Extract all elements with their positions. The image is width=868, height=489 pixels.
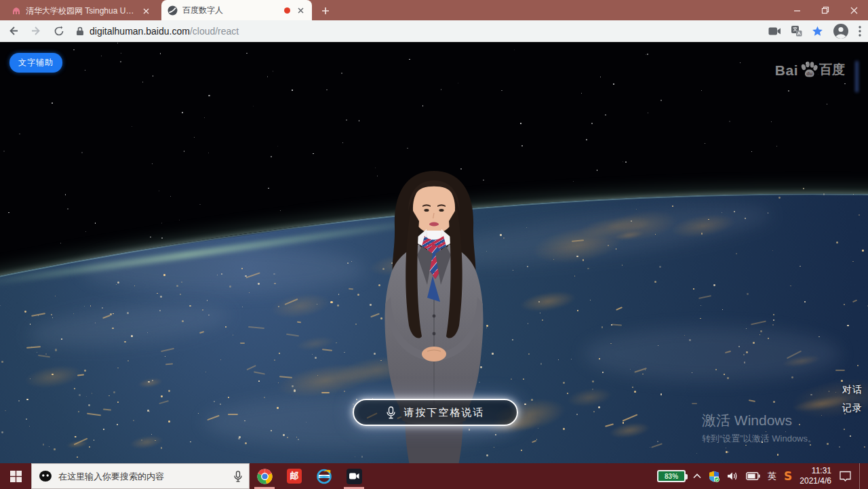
windows-taskbar: 邮 83% bbox=[0, 463, 868, 489]
tab-close-icon[interactable] bbox=[295, 5, 306, 16]
tray-expand-chevron-icon[interactable] bbox=[693, 473, 701, 479]
translate-icon[interactable] bbox=[791, 25, 802, 37]
tab-title: 清华大学校园网 Tsinghua Univ bbox=[26, 5, 136, 17]
new-tab-button[interactable] bbox=[316, 1, 335, 20]
microphone-icon bbox=[387, 406, 395, 419]
search-mic-icon[interactable] bbox=[234, 471, 242, 482]
language-indicator[interactable]: 英 bbox=[768, 470, 776, 482]
mail-glyph: 邮 bbox=[290, 470, 299, 482]
recording-indicator-icon bbox=[284, 7, 290, 14]
tab-tsinghua[interactable]: 清华大学校园网 Tsinghua Univ bbox=[5, 1, 157, 20]
system-tray: 83% 英 S 11:31 2021/4/6 bbox=[657, 463, 868, 489]
side-menu: 对话 记录 bbox=[842, 384, 863, 414]
browser-toolbar: digitalhuman.baidu.com/cloud/react bbox=[0, 20, 868, 42]
digital-human-viewport: 文字辅助 Bai du 百度 请按下空格说话 对话 记录 bbox=[0, 42, 868, 463]
taskbar-camera-icon[interactable] bbox=[339, 463, 369, 489]
activate-line1: 激活 Windows bbox=[702, 411, 816, 430]
activate-windows-watermark: 激活 Windows 转到“设置”以激活 Windows。 bbox=[702, 411, 816, 445]
close-window-button[interactable] bbox=[840, 0, 868, 20]
taskbar-chrome-icon[interactable] bbox=[250, 463, 279, 489]
taskbar-mail-icon[interactable]: 邮 bbox=[279, 463, 309, 489]
url-text: digitalhuman.baidu.com/cloud/react bbox=[90, 26, 239, 37]
bookmark-star-icon[interactable] bbox=[812, 26, 823, 37]
defender-shield-icon[interactable] bbox=[709, 471, 719, 482]
menu-dots-icon[interactable] bbox=[859, 26, 861, 37]
record-button[interactable]: 记录 bbox=[842, 402, 863, 414]
push-to-talk-button[interactable]: 请按下空格说话 bbox=[353, 399, 518, 426]
tsinghua-favicon bbox=[12, 6, 21, 16]
tab-title: 百度数字人 bbox=[182, 5, 279, 16]
profile-avatar-icon[interactable] bbox=[833, 23, 849, 39]
text-assist-button[interactable]: 文字辅助 bbox=[9, 53, 62, 73]
globe-favicon bbox=[167, 5, 178, 16]
baidu-logo: Bai du 百度 bbox=[775, 61, 845, 79]
taskbar-search-box[interactable] bbox=[31, 463, 250, 489]
show-desktop-button[interactable] bbox=[859, 463, 863, 489]
start-button[interactable] bbox=[0, 463, 31, 489]
restore-button[interactable] bbox=[811, 0, 840, 20]
back-button[interactable] bbox=[3, 22, 23, 41]
sogou-input-icon[interactable]: S bbox=[784, 469, 792, 483]
forward-button[interactable] bbox=[26, 22, 46, 41]
url-host: digitalhuman.baidu.com bbox=[90, 26, 190, 37]
url-path: /cloud/react bbox=[190, 26, 239, 37]
dialog-button[interactable]: 对话 bbox=[842, 384, 863, 396]
screen: 清华大学校园网 Tsinghua Univ 百度数字人 bbox=[0, 0, 868, 489]
battery-percent-label: 83% bbox=[665, 473, 678, 480]
tab-digitalhuman[interactable]: 百度数字人 bbox=[161, 0, 312, 20]
minimize-button[interactable] bbox=[783, 0, 811, 20]
clock-widget[interactable]: 11:31 2021/4/6 bbox=[800, 466, 831, 486]
lock-icon bbox=[76, 26, 84, 36]
browser-tab-bar: 清华大学校园网 Tsinghua Univ 百度数字人 bbox=[0, 0, 868, 20]
battery-widget[interactable]: 83% bbox=[657, 470, 686, 482]
baidu-paw-icon: du bbox=[800, 61, 818, 79]
battery-status-icon[interactable] bbox=[746, 472, 760, 480]
windows-logo-icon bbox=[10, 471, 22, 482]
push-to-talk-label: 请按下空格说话 bbox=[404, 406, 485, 419]
taskbar-ie-icon[interactable] bbox=[309, 463, 339, 489]
assistant-icon bbox=[39, 470, 52, 482]
activate-line2: 转到“设置”以激活 Windows。 bbox=[702, 433, 816, 445]
toolbar-actions bbox=[768, 23, 861, 39]
clock-date: 2021/4/6 bbox=[800, 476, 831, 486]
camera-icon[interactable] bbox=[768, 26, 781, 36]
baidu-logo-bai: Bai bbox=[775, 62, 798, 79]
taskbar-search-input[interactable] bbox=[58, 471, 228, 482]
clock-time: 11:31 bbox=[800, 466, 831, 476]
window-controls bbox=[783, 0, 868, 20]
action-center-icon[interactable] bbox=[839, 471, 852, 482]
reload-button[interactable] bbox=[49, 22, 69, 41]
svg-text:du: du bbox=[806, 71, 813, 77]
speaker-icon[interactable] bbox=[727, 471, 738, 481]
lens-flare bbox=[855, 61, 859, 92]
address-bar[interactable]: digitalhuman.baidu.com/cloud/react bbox=[76, 26, 768, 37]
baidu-logo-cn: 百度 bbox=[819, 61, 845, 79]
tab-close-icon[interactable] bbox=[140, 5, 151, 16]
